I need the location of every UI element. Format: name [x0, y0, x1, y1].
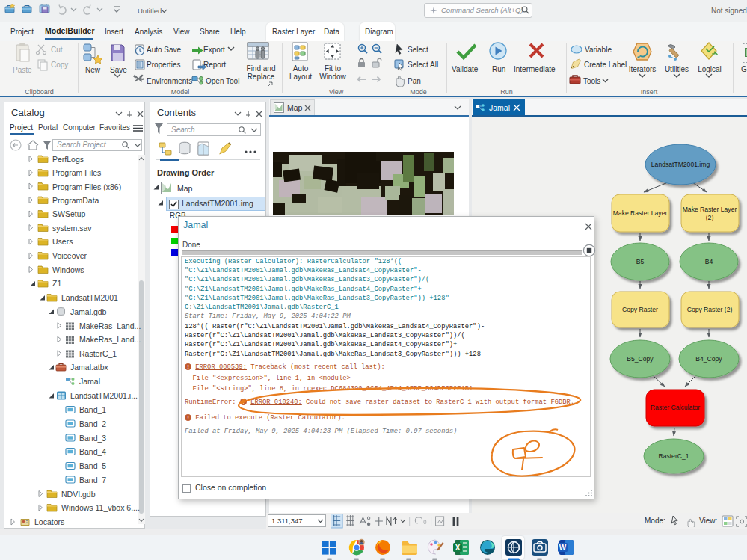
svg-text:X: X [455, 544, 461, 552]
svg-text:Raster Calculator: Raster Calculator [651, 404, 701, 411]
svg-text:Copy Raster: Copy Raster [622, 306, 658, 313]
svg-text:0: 0 [423, 517, 427, 526]
svg-text:Copy Raster (2): Copy Raster (2) [687, 306, 733, 313]
svg-text:B4: B4 [705, 258, 713, 265]
svg-text:(2): (2) [706, 214, 714, 221]
svg-text:Make Raster Layer: Make Raster Layer [683, 206, 737, 213]
svg-text:LandsatTM2001.img: LandsatTM2001.img [651, 161, 710, 168]
svg-text:W: W [559, 544, 567, 552]
svg-text:B4_Copy: B4_Copy [695, 355, 722, 363]
svg-text:B5_Copy: B5_Copy [627, 355, 654, 363]
svg-text:RasterC_1: RasterC_1 [658, 452, 689, 460]
svg-text:Make Raster Layer: Make Raster Layer [613, 209, 668, 217]
svg-text:B5: B5 [636, 258, 645, 265]
